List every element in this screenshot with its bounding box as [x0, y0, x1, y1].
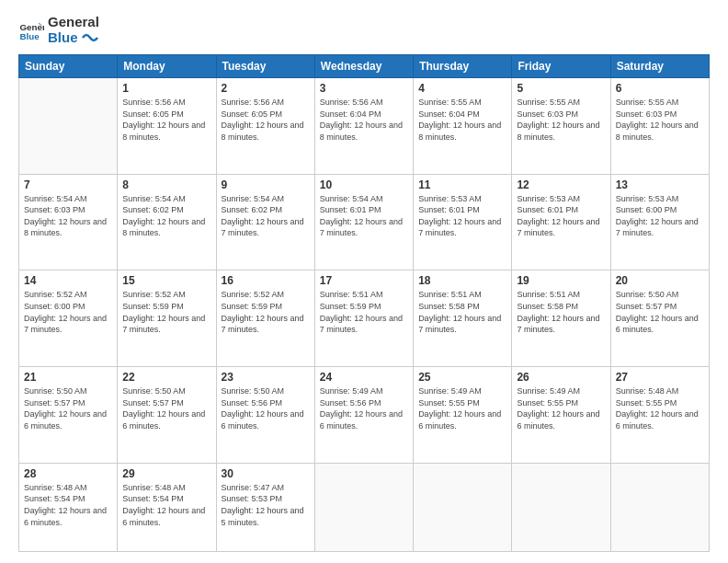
day-number: 20 [616, 274, 704, 287]
day-info: Sunrise: 5:50 AMSunset: 5:56 PMDaylight:… [222, 385, 310, 431]
day-info: Sunrise: 5:52 AMSunset: 6:00 PMDaylight:… [24, 289, 112, 335]
calendar-cell: 9Sunrise: 5:54 AMSunset: 6:02 PMDaylight… [216, 174, 314, 270]
day-info: Sunrise: 5:55 AMSunset: 6:03 PMDaylight:… [517, 97, 605, 143]
logo-wave-icon [81, 30, 99, 45]
calendar-cell: 26Sunrise: 5:49 AMSunset: 5:55 PMDayligh… [512, 367, 610, 464]
calendar-cell: 25Sunrise: 5:49 AMSunset: 5:55 PMDayligh… [414, 367, 512, 464]
calendar-cell [19, 78, 118, 175]
col-friday: Friday [512, 55, 610, 78]
calendar-week-row: 1Sunrise: 5:56 AMSunset: 6:05 PMDaylight… [19, 78, 710, 175]
calendar-header-row: Sunday Monday Tuesday Wednesday Thursday… [19, 55, 710, 78]
day-info: Sunrise: 5:50 AMSunset: 5:57 PMDaylight:… [616, 289, 704, 335]
day-info: Sunrise: 5:54 AMSunset: 6:02 PMDaylight:… [222, 193, 310, 239]
day-info: Sunrise: 5:52 AMSunset: 5:59 PMDaylight:… [222, 289, 310, 335]
calendar-cell: 14Sunrise: 5:52 AMSunset: 6:00 PMDayligh… [19, 270, 118, 367]
header: General Blue General Blue [18, 15, 710, 45]
calendar-cell: 24Sunrise: 5:49 AMSunset: 5:56 PMDayligh… [314, 367, 413, 464]
day-info: Sunrise: 5:50 AMSunset: 5:57 PMDaylight:… [24, 385, 112, 431]
calendar-page: General Blue General Blue Sunday [0, 0, 728, 563]
day-info: Sunrise: 5:51 AMSunset: 5:58 PMDaylight:… [418, 289, 506, 335]
day-number: 14 [24, 274, 112, 287]
day-number: 11 [418, 178, 506, 191]
day-number: 29 [122, 467, 210, 480]
calendar-cell: 18Sunrise: 5:51 AMSunset: 5:58 PMDayligh… [414, 270, 512, 367]
day-info: Sunrise: 5:54 AMSunset: 6:03 PMDaylight:… [24, 193, 112, 239]
day-info: Sunrise: 5:54 AMSunset: 6:02 PMDaylight:… [122, 193, 210, 239]
day-info: Sunrise: 5:52 AMSunset: 5:59 PMDaylight:… [122, 289, 210, 335]
calendar-cell: 22Sunrise: 5:50 AMSunset: 5:57 PMDayligh… [118, 367, 216, 464]
logo-icon: General Blue [18, 17, 44, 43]
calendar-cell: 4Sunrise: 5:55 AMSunset: 6:04 PMDaylight… [414, 78, 512, 175]
day-number: 19 [517, 274, 605, 287]
calendar-week-row: 28Sunrise: 5:48 AMSunset: 5:54 PMDayligh… [19, 463, 710, 551]
day-number: 6 [616, 82, 704, 95]
day-info: Sunrise: 5:51 AMSunset: 5:59 PMDaylight:… [320, 289, 408, 335]
day-info: Sunrise: 5:53 AMSunset: 6:01 PMDaylight:… [418, 193, 506, 239]
calendar-cell: 20Sunrise: 5:50 AMSunset: 5:57 PMDayligh… [610, 270, 709, 367]
logo: General Blue General Blue [18, 15, 99, 45]
calendar-cell: 19Sunrise: 5:51 AMSunset: 5:58 PMDayligh… [512, 270, 610, 367]
day-number: 17 [320, 274, 408, 287]
calendar-cell [414, 463, 512, 551]
day-info: Sunrise: 5:56 AMSunset: 6:05 PMDaylight:… [122, 97, 210, 143]
day-number: 28 [24, 467, 112, 480]
day-info: Sunrise: 5:48 AMSunset: 5:54 PMDaylight:… [24, 482, 112, 528]
logo-blue: Blue [48, 30, 99, 46]
calendar-week-row: 14Sunrise: 5:52 AMSunset: 6:00 PMDayligh… [19, 270, 710, 367]
day-info: Sunrise: 5:48 AMSunset: 5:54 PMDaylight:… [122, 482, 210, 528]
day-info: Sunrise: 5:53 AMSunset: 6:01 PMDaylight:… [517, 193, 605, 239]
calendar-cell: 29Sunrise: 5:48 AMSunset: 5:54 PMDayligh… [118, 463, 216, 551]
day-number: 18 [418, 274, 506, 287]
calendar-cell: 23Sunrise: 5:50 AMSunset: 5:56 PMDayligh… [216, 367, 314, 464]
day-number: 26 [517, 371, 605, 384]
day-number: 22 [122, 371, 210, 384]
day-number: 27 [616, 371, 704, 384]
svg-text:Blue: Blue [19, 30, 40, 40]
day-number: 30 [222, 467, 310, 480]
col-saturday: Saturday [610, 55, 709, 78]
calendar-cell: 3Sunrise: 5:56 AMSunset: 6:04 PMDaylight… [314, 78, 413, 175]
calendar-week-row: 7Sunrise: 5:54 AMSunset: 6:03 PMDaylight… [19, 174, 710, 270]
day-info: Sunrise: 5:54 AMSunset: 6:01 PMDaylight:… [320, 193, 408, 239]
col-sunday: Sunday [19, 55, 118, 78]
day-number: 21 [24, 371, 112, 384]
day-number: 3 [320, 82, 408, 95]
calendar-table: Sunday Monday Tuesday Wednesday Thursday… [18, 54, 710, 552]
calendar-cell: 30Sunrise: 5:47 AMSunset: 5:53 PMDayligh… [216, 463, 314, 551]
col-thursday: Thursday [414, 55, 512, 78]
calendar-cell [314, 463, 413, 551]
calendar-cell: 8Sunrise: 5:54 AMSunset: 6:02 PMDaylight… [118, 174, 216, 270]
calendar-cell [610, 463, 709, 551]
day-info: Sunrise: 5:55 AMSunset: 6:04 PMDaylight:… [418, 97, 506, 143]
calendar-cell: 10Sunrise: 5:54 AMSunset: 6:01 PMDayligh… [314, 174, 413, 270]
day-number: 23 [222, 371, 310, 384]
day-info: Sunrise: 5:50 AMSunset: 5:57 PMDaylight:… [122, 385, 210, 431]
day-number: 16 [222, 274, 310, 287]
day-info: Sunrise: 5:55 AMSunset: 6:03 PMDaylight:… [616, 97, 704, 143]
calendar-cell: 17Sunrise: 5:51 AMSunset: 5:59 PMDayligh… [314, 270, 413, 367]
day-number: 15 [122, 274, 210, 287]
day-number: 9 [222, 178, 310, 191]
calendar-cell: 11Sunrise: 5:53 AMSunset: 6:01 PMDayligh… [414, 174, 512, 270]
calendar-cell: 6Sunrise: 5:55 AMSunset: 6:03 PMDaylight… [610, 78, 709, 175]
day-number: 4 [418, 82, 506, 95]
calendar-cell [512, 463, 610, 551]
day-number: 1 [122, 82, 210, 95]
col-tuesday: Tuesday [216, 55, 314, 78]
day-info: Sunrise: 5:53 AMSunset: 6:00 PMDaylight:… [616, 193, 704, 239]
day-number: 7 [24, 178, 112, 191]
day-number: 25 [418, 371, 506, 384]
calendar-cell: 1Sunrise: 5:56 AMSunset: 6:05 PMDaylight… [118, 78, 216, 175]
day-info: Sunrise: 5:49 AMSunset: 5:55 PMDaylight:… [517, 385, 605, 431]
day-info: Sunrise: 5:48 AMSunset: 5:55 PMDaylight:… [616, 385, 704, 431]
day-info: Sunrise: 5:49 AMSunset: 5:55 PMDaylight:… [418, 385, 506, 431]
calendar-cell: 2Sunrise: 5:56 AMSunset: 6:05 PMDaylight… [216, 78, 314, 175]
day-info: Sunrise: 5:56 AMSunset: 6:05 PMDaylight:… [222, 97, 310, 143]
calendar-cell: 13Sunrise: 5:53 AMSunset: 6:00 PMDayligh… [610, 174, 709, 270]
day-number: 12 [517, 178, 605, 191]
calendar-cell: 5Sunrise: 5:55 AMSunset: 6:03 PMDaylight… [512, 78, 610, 175]
calendar-cell: 7Sunrise: 5:54 AMSunset: 6:03 PMDaylight… [19, 174, 118, 270]
calendar-week-row: 21Sunrise: 5:50 AMSunset: 5:57 PMDayligh… [19, 367, 710, 464]
day-info: Sunrise: 5:56 AMSunset: 6:04 PMDaylight:… [320, 97, 408, 143]
day-number: 5 [517, 82, 605, 95]
